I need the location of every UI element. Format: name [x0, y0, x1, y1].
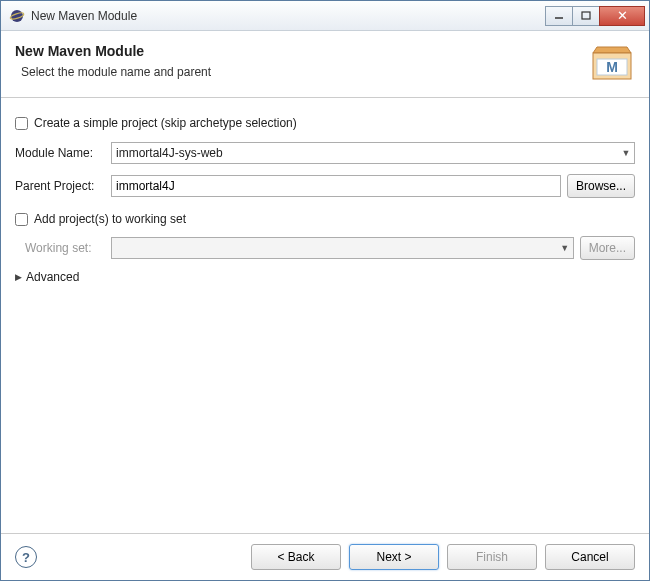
svg-rect-3	[582, 12, 590, 19]
maven-icon: M	[589, 43, 635, 83]
working-set-checkbox-label: Add project(s) to working set	[34, 212, 186, 226]
simple-project-checkbox[interactable]	[15, 117, 28, 130]
dialog-window: New Maven Module ✕ New Maven Module Sele…	[0, 0, 650, 581]
parent-project-input[interactable]	[111, 175, 561, 197]
window-title: New Maven Module	[31, 9, 546, 23]
dialog-footer: ? < Back Next > Finish Cancel	[1, 533, 649, 580]
parent-project-label: Parent Project:	[15, 179, 105, 193]
module-name-label: Module Name:	[15, 146, 105, 160]
help-button[interactable]: ?	[15, 546, 37, 568]
more-button: More...	[580, 236, 635, 260]
working-set-checkbox[interactable]	[15, 213, 28, 226]
advanced-label: Advanced	[26, 270, 79, 284]
titlebar: New Maven Module ✕	[1, 1, 649, 31]
chevron-down-icon: ▼	[557, 243, 573, 253]
simple-project-label: Create a simple project (skip archetype …	[34, 116, 297, 130]
chevron-down-icon: ▼	[618, 148, 634, 158]
cancel-button[interactable]: Cancel	[545, 544, 635, 570]
eclipse-icon	[9, 8, 25, 24]
advanced-toggle[interactable]: ▶ Advanced	[15, 270, 635, 284]
page-subtitle: Select the module name and parent	[21, 65, 589, 79]
next-button[interactable]: Next >	[349, 544, 439, 570]
working-set-label: Working set:	[25, 241, 105, 255]
page-title: New Maven Module	[15, 43, 589, 59]
minimize-button[interactable]	[545, 6, 573, 26]
working-set-combo: ▼	[111, 237, 574, 259]
chevron-right-icon: ▶	[15, 272, 22, 282]
close-button[interactable]: ✕	[599, 6, 645, 26]
window-controls: ✕	[546, 6, 645, 26]
finish-button: Finish	[447, 544, 537, 570]
svg-point-0	[11, 10, 23, 22]
dialog-body: Create a simple project (skip archetype …	[1, 98, 649, 533]
dialog-header: New Maven Module Select the module name …	[1, 31, 649, 98]
module-name-input[interactable]: immortal4J-sys-web ▼	[111, 142, 635, 164]
back-button[interactable]: < Back	[251, 544, 341, 570]
svg-text:M: M	[606, 59, 618, 75]
maximize-button[interactable]	[572, 6, 600, 26]
browse-button[interactable]: Browse...	[567, 174, 635, 198]
